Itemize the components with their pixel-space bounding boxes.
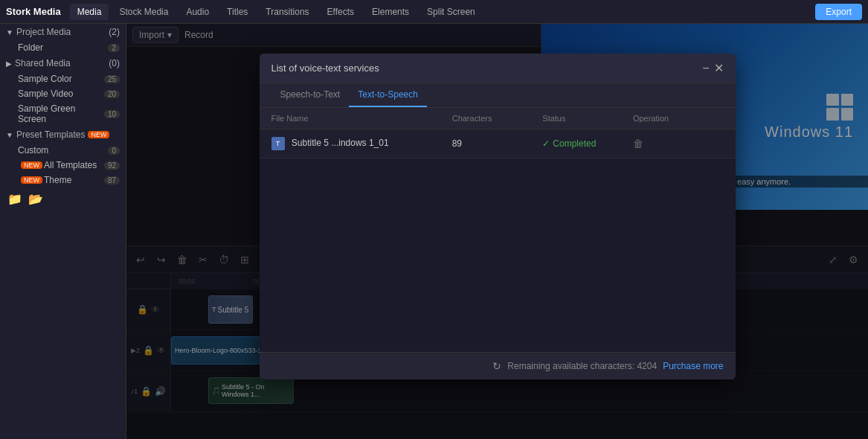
project-media-count-val: 2 — [112, 27, 117, 37]
table-row: T Subtitle 5 ...indows 1_01 89 ✓ Complet… — [260, 129, 736, 158]
sample-color-count: 25 — [104, 75, 120, 83]
new-badge-2: NEW — [21, 161, 42, 169]
row-characters: 89 — [452, 138, 543, 149]
sidebar-item-shared-media[interactable]: ▶ Shared Media (0) — [0, 55, 126, 71]
sample-video-label: Sample Video — [18, 89, 104, 99]
col-status: Status — [542, 114, 633, 123]
col-operation: Operation — [633, 114, 724, 123]
delete-row-button[interactable]: 🗑 — [633, 138, 724, 150]
tab-speech-to-text[interactable]: Speech-to-Text — [271, 83, 350, 107]
sidebar-label-project-media: Project Media — [16, 27, 71, 37]
tab-transitions[interactable]: Transitions — [258, 4, 316, 20]
chevron-right-icon: ▶ — [6, 60, 12, 68]
folder-count: 2 — [108, 44, 120, 52]
sample-color-label: Sample Color — [18, 74, 104, 84]
add-icon[interactable]: 📂 — [28, 192, 43, 206]
chevron-down-icon: ▼ — [6, 28, 13, 36]
modal-body: File Name Characters Status Operation T … — [260, 108, 736, 352]
chevron-down-icon-2: ▼ — [6, 131, 13, 139]
preset-templates-label: Preset Templates — [16, 129, 86, 140]
sidebar-item-preset-templates[interactable]: ▼ Preset Templates NEW — [0, 126, 126, 143]
modal-header: List of voice-text services − ✕ — [260, 54, 736, 83]
sidebar-bottom-icons: 📁 📂 — [0, 188, 126, 211]
modal-voice-text: List of voice-text services − ✕ Speech-t… — [260, 54, 736, 379]
sidebar: ▼ Project Media (2) Folder 2 ▶ Shared Me… — [0, 24, 126, 439]
sample-green-count: 10 — [104, 110, 120, 118]
folder-label: Folder — [18, 42, 108, 53]
content-area: Import ▾ Record + Import Media Windows 1… — [126, 24, 868, 439]
export-button[interactable]: Export — [815, 4, 862, 20]
tab-effects[interactable]: Effects — [320, 4, 361, 20]
theme-label: Theme — [44, 175, 104, 185]
modal-table-header: File Name Characters Status Operation — [260, 108, 736, 129]
status-badge: ✓ Completed — [542, 138, 633, 149]
all-templates-count: 92 — [104, 161, 120, 170]
tab-split[interactable]: Split Screen — [419, 4, 483, 20]
remaining-text: Remaining available characters: 4204 — [507, 361, 657, 371]
tab-elements[interactable]: Elements — [364, 4, 417, 20]
app-title: Stork Media — [6, 6, 61, 17]
sidebar-item-sample-green[interactable]: Sample Green Screen 10 — [0, 101, 126, 126]
top-bar: Stork Media Media Stock Media Audio Titl… — [0, 0, 868, 24]
sidebar-item-project-media[interactable]: ▼ Project Media (2) — [0, 24, 126, 40]
shared-count-val: 0 — [112, 58, 117, 68]
tab-media[interactable]: Media — [70, 4, 109, 20]
sidebar-item-custom[interactable]: Custom 0 — [0, 143, 126, 158]
modal-title: List of voice-text services — [271, 63, 379, 74]
check-icon: ✓ — [542, 138, 550, 149]
all-templates-label: All Templates — [44, 160, 104, 170]
new-badge: NEW — [88, 131, 109, 138]
tab-audio[interactable]: Audio — [179, 4, 216, 20]
theme-count: 87 — [104, 176, 120, 185]
sidebar-item-theme[interactable]: NEW Theme 87 — [0, 173, 126, 188]
custom-count: 0 — [108, 147, 120, 155]
sample-video-count: 20 — [104, 90, 120, 98]
modal-footer: ↻ Remaining available characters: 4204 P… — [260, 352, 736, 379]
file-icon: T — [271, 137, 285, 150]
col-characters: Characters — [452, 114, 543, 123]
modal-tabs: Speech-to-Text Text-to-Speech — [260, 83, 736, 108]
tab-text-to-speech[interactable]: Text-to-Speech — [349, 83, 427, 107]
tab-stock[interactable]: Stock Media — [112, 4, 176, 20]
row-filename: T Subtitle 5 ...indows 1_01 — [271, 137, 452, 150]
custom-label: Custom — [18, 145, 108, 156]
sidebar-item-sample-video[interactable]: Sample Video 20 — [0, 86, 126, 101]
sample-green-label: Sample Green Screen — [18, 103, 104, 124]
new-folder-icon[interactable]: 📁 — [7, 192, 22, 206]
modal-empty-area — [260, 158, 736, 352]
modal-close-button[interactable]: ✕ — [714, 61, 724, 75]
sidebar-item-all-templates[interactable]: NEW All Templates 92 — [0, 158, 126, 173]
refresh-icon[interactable]: ↻ — [492, 360, 501, 372]
shared-media-label: Shared Media — [15, 58, 71, 68]
main-layout: ▼ Project Media (2) Folder 2 ▶ Shared Me… — [0, 24, 868, 439]
modal-overlay: List of voice-text services − ✕ Speech-t… — [126, 24, 868, 439]
sidebar-item-sample-color[interactable]: Sample Color 25 — [0, 71, 126, 86]
purchase-more-link[interactable]: Purchase more — [663, 361, 723, 371]
modal-minimize-button[interactable]: − — [702, 62, 709, 75]
col-filename: File Name — [271, 114, 452, 123]
new-badge-3: NEW — [21, 176, 42, 184]
sidebar-item-folder[interactable]: Folder 2 — [0, 40, 126, 55]
tab-titles[interactable]: Titles — [219, 4, 255, 20]
